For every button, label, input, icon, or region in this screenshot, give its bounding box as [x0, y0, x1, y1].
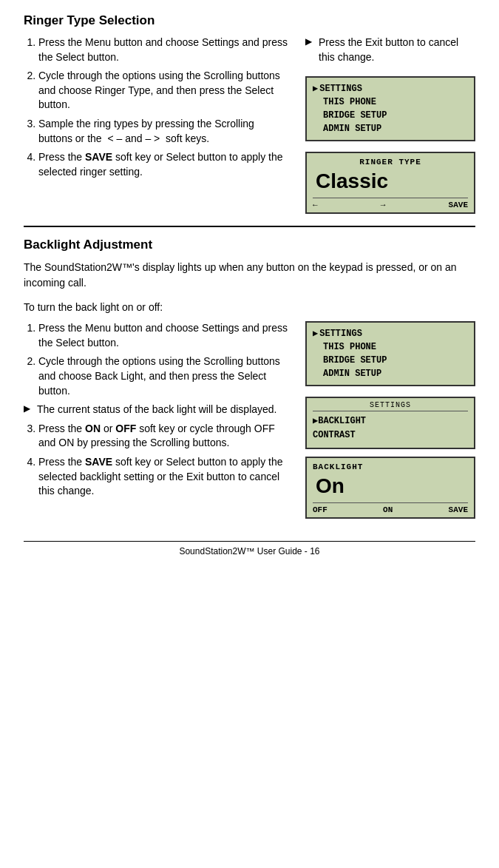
bl-screen-label: BACKLIGHT	[313, 462, 468, 471]
backlight-lcd-sub-row-0: ▶ BACKLIGHT	[313, 414, 468, 428]
ringer-right-col: Press the Exit button to cancel this cha…	[305, 36, 475, 214]
ringer-section: Ringer Type Selection Press the Menu but…	[24, 13, 475, 214]
backlight-left-col: Press the Menu button and choose Setting…	[24, 321, 291, 518]
backlight-two-col: Press the Menu button and choose Setting…	[24, 321, 475, 518]
ringer-steps-list: Press the Menu button and choose Setting…	[24, 36, 291, 179]
ringer-step-4: Press the SAVE soft key or Select button…	[38, 150, 291, 179]
backlight-description: The SoundStation2W™'s display lights up …	[24, 260, 475, 291]
backlight-turn-label: To turn the back light on or off:	[24, 300, 475, 315]
backlight-bullet-list: The current status of the back light wil…	[24, 403, 291, 417]
save-label-inline: SAVE	[85, 151, 112, 163]
backlight-lcd-arrow-0: ▶	[313, 327, 318, 340]
page-container: Ringer Type Selection Press the Menu but…	[0, 0, 499, 586]
ringer-left-col: Press the Menu button and choose Setting…	[24, 36, 291, 214]
ringer-lcd-settings-label: SETTINGS	[319, 82, 362, 95]
bl-softkey-off: OFF	[313, 505, 327, 514]
page-footer: SoundStation2W™ User Guide - 16	[24, 541, 475, 556]
ringer-lcd-arrow-0: ▶	[313, 82, 318, 95]
ringer-softkey-left-arrow: ←	[313, 201, 318, 209]
backlight-lcd-settings-label: SETTINGS	[319, 327, 362, 340]
bl-softkeys-bar: OFF ON SAVE	[313, 502, 468, 514]
ringer-softkey-right-arrow: →	[381, 201, 386, 209]
backlight-lcd-row-1: THIS PHONE	[313, 340, 468, 354]
bl-softkey-on: ON	[383, 505, 393, 514]
on-label-inline: ON	[85, 423, 101, 434]
save-label-inline-bl: SAVE	[85, 456, 112, 468]
backlight-step-2: Cycle through the options using the Scro…	[38, 354, 291, 398]
ringer-bullet-list: Press the Exit button to cancel this cha…	[305, 36, 475, 69]
backlight-right-col: ▶ SETTINGS THIS PHONE BRIDGE SETUP ADMIN…	[305, 321, 475, 518]
backlight-sub-arrow-0: ▶	[313, 414, 318, 428]
ringer-two-col: Press the Menu button and choose Setting…	[24, 36, 475, 214]
backlight-lcd-sub-row-1: CONTRAST	[313, 428, 468, 443]
backlight-sub-row-backlight: BACKLIGHT	[318, 414, 366, 428]
ringer-right-arrow-icon: →	[381, 201, 386, 209]
ringer-type-label: RINGER TYPE	[313, 158, 468, 166]
ringer-softkey-save: SAVE	[449, 201, 468, 209]
ringer-lcd-ringer-screen: RINGER TYPE Classic ← → SAVE	[305, 152, 475, 214]
ringer-type-value: Classic	[313, 169, 468, 193]
footer-text: SoundStation2W™ User Guide - 16	[179, 546, 319, 556]
backlight-lcd-sub-title: SETTINGS	[313, 401, 468, 411]
off-label-inline: OFF	[115, 423, 136, 434]
backlight-step-4: Press the SAVE soft key or Select button…	[38, 455, 291, 499]
backlight-lcd-row-0: ▶ SETTINGS	[313, 327, 468, 340]
backlight-lcd-row-2: BRIDGE SETUP	[313, 354, 468, 367]
section-separator	[24, 226, 475, 227]
backlight-steps-list-2: Press the ON or OFF soft key or cycle th…	[24, 422, 291, 499]
ringer-lcd-row-3: ADMIN SETUP	[313, 122, 468, 135]
bl-screen-value: On	[313, 474, 468, 498]
backlight-lcd-settings-screen: ▶ SETTINGS THIS PHONE BRIDGE SETUP ADMIN…	[305, 321, 475, 386]
backlight-section: Backlight Adjustment The SoundStation2W™…	[24, 238, 475, 518]
ringer-softkeys-bar: ← → SAVE	[313, 198, 468, 209]
ringer-lcd-settings-screen: ▶ SETTINGS THIS PHONE BRIDGE SETUP ADMIN…	[305, 76, 475, 141]
bl-softkey-save: SAVE	[449, 505, 468, 514]
backlight-step-3: Press the ON or OFF soft key or cycle th…	[38, 422, 291, 451]
ringer-section-title: Ringer Type Selection	[24, 13, 475, 28]
backlight-lcd-row-3: ADMIN SETUP	[313, 367, 468, 380]
ringer-left-arrow-icon: ←	[313, 201, 318, 209]
ringer-lcd-row-2: BRIDGE SETUP	[313, 109, 468, 122]
backlight-step-1: Press the Menu button and choose Setting…	[38, 321, 291, 350]
ringer-lcd-row-0: ▶ SETTINGS	[313, 82, 468, 95]
backlight-steps-list: Press the Menu button and choose Setting…	[24, 321, 291, 398]
backlight-section-title: Backlight Adjustment	[24, 238, 475, 252]
ringer-bullet-exit: Press the Exit button to cancel this cha…	[305, 36, 475, 64]
backlight-bullet-current: The current status of the back light wil…	[24, 403, 291, 417]
ringer-lcd-row-1: THIS PHONE	[313, 95, 468, 109]
ringer-step-3: Sample the ring types by pressing the Sc…	[38, 117, 291, 146]
ringer-step-2: Cycle through the options using the Scro…	[38, 69, 291, 112]
ringer-step-1: Press the Menu button and choose Setting…	[38, 36, 291, 64]
backlight-lcd-sub-screen: SETTINGS ▶ BACKLIGHT CONTRAST	[305, 397, 475, 448]
backlight-lcd-bl-screen: BACKLIGHT On OFF ON SAVE	[305, 457, 475, 519]
